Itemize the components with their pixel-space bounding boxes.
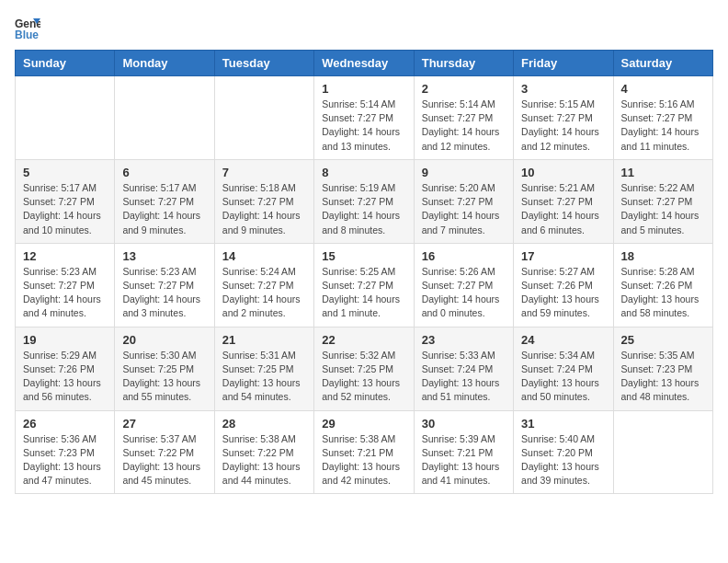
- week-row-5: 26Sunrise: 5:36 AM Sunset: 7:23 PM Dayli…: [16, 410, 713, 494]
- day-number: 16: [422, 249, 506, 263]
- header-sunday: Sunday: [16, 51, 115, 76]
- day-cell: 19Sunrise: 5:29 AM Sunset: 7:26 PM Dayli…: [16, 327, 115, 410]
- day-cell: 6Sunrise: 5:17 AM Sunset: 7:27 PM Daylig…: [115, 159, 214, 243]
- day-number: 12: [23, 249, 107, 263]
- day-info: Sunrise: 5:21 AM Sunset: 7:27 PM Dayligh…: [521, 181, 605, 237]
- day-info: Sunrise: 5:29 AM Sunset: 7:26 PM Dayligh…: [23, 349, 107, 405]
- day-number: 17: [521, 249, 605, 263]
- day-cell: [214, 76, 313, 160]
- day-info: Sunrise: 5:32 AM Sunset: 7:25 PM Dayligh…: [322, 349, 405, 405]
- day-number: 13: [122, 249, 206, 263]
- day-number: 22: [322, 333, 405, 347]
- day-number: 18: [621, 249, 705, 263]
- logo: General Blue: [15, 15, 44, 40]
- day-number: 1: [322, 82, 405, 96]
- day-number: 23: [422, 333, 506, 347]
- day-info: Sunrise: 5:19 AM Sunset: 7:27 PM Dayligh…: [322, 181, 405, 237]
- day-number: 28: [222, 417, 306, 431]
- logo-icon: General Blue: [15, 15, 40, 40]
- day-info: Sunrise: 5:37 AM Sunset: 7:22 PM Dayligh…: [122, 432, 206, 488]
- day-cell: 8Sunrise: 5:19 AM Sunset: 7:27 PM Daylig…: [314, 159, 414, 243]
- day-info: Sunrise: 5:18 AM Sunset: 7:27 PM Dayligh…: [222, 181, 306, 237]
- day-cell: 27Sunrise: 5:37 AM Sunset: 7:22 PM Dayli…: [115, 410, 214, 494]
- day-cell: [115, 76, 214, 160]
- day-cell: 11Sunrise: 5:22 AM Sunset: 7:27 PM Dayli…: [613, 159, 712, 243]
- day-info: Sunrise: 5:14 AM Sunset: 7:27 PM Dayligh…: [422, 98, 506, 154]
- header-row: SundayMondayTuesdayWednesdayThursdayFrid…: [16, 51, 713, 76]
- day-cell: 16Sunrise: 5:26 AM Sunset: 7:27 PM Dayli…: [414, 243, 513, 327]
- day-cell: 22Sunrise: 5:32 AM Sunset: 7:25 PM Dayli…: [314, 327, 414, 410]
- day-info: Sunrise: 5:16 AM Sunset: 7:27 PM Dayligh…: [621, 98, 705, 154]
- header-wednesday: Wednesday: [314, 51, 414, 76]
- day-cell: 20Sunrise: 5:30 AM Sunset: 7:25 PM Dayli…: [115, 327, 214, 410]
- day-info: Sunrise: 5:33 AM Sunset: 7:24 PM Dayligh…: [422, 349, 506, 405]
- day-cell: 12Sunrise: 5:23 AM Sunset: 7:27 PM Dayli…: [16, 243, 115, 327]
- day-info: Sunrise: 5:25 AM Sunset: 7:27 PM Dayligh…: [322, 265, 405, 321]
- day-info: Sunrise: 5:40 AM Sunset: 7:20 PM Dayligh…: [521, 432, 605, 488]
- day-cell: 15Sunrise: 5:25 AM Sunset: 7:27 PM Dayli…: [314, 243, 414, 327]
- day-number: 20: [122, 333, 206, 347]
- day-cell: 4Sunrise: 5:16 AM Sunset: 7:27 PM Daylig…: [613, 76, 712, 160]
- day-number: 4: [621, 82, 705, 96]
- day-number: 21: [222, 333, 306, 347]
- header-monday: Monday: [115, 51, 214, 76]
- week-row-1: 1Sunrise: 5:14 AM Sunset: 7:27 PM Daylig…: [16, 76, 713, 160]
- day-cell: 30Sunrise: 5:39 AM Sunset: 7:21 PM Dayli…: [414, 410, 513, 494]
- day-number: 31: [521, 417, 605, 431]
- day-number: 5: [23, 166, 107, 179]
- header-saturday: Saturday: [613, 51, 712, 76]
- day-info: Sunrise: 5:14 AM Sunset: 7:27 PM Dayligh…: [322, 98, 405, 154]
- week-row-3: 12Sunrise: 5:23 AM Sunset: 7:27 PM Dayli…: [16, 243, 713, 327]
- day-cell: 29Sunrise: 5:38 AM Sunset: 7:21 PM Dayli…: [314, 410, 414, 494]
- day-info: Sunrise: 5:35 AM Sunset: 7:23 PM Dayligh…: [621, 349, 705, 405]
- day-cell: 13Sunrise: 5:23 AM Sunset: 7:27 PM Dayli…: [115, 243, 214, 327]
- header-friday: Friday: [514, 51, 613, 76]
- day-cell: 2Sunrise: 5:14 AM Sunset: 7:27 PM Daylig…: [414, 76, 513, 160]
- calendar-table: SundayMondayTuesdayWednesdayThursdayFrid…: [15, 50, 713, 494]
- day-cell: 28Sunrise: 5:38 AM Sunset: 7:22 PM Dayli…: [214, 410, 313, 494]
- day-info: Sunrise: 5:24 AM Sunset: 7:27 PM Dayligh…: [222, 265, 306, 321]
- day-number: 24: [521, 333, 605, 347]
- day-info: Sunrise: 5:17 AM Sunset: 7:27 PM Dayligh…: [122, 181, 206, 237]
- day-info: Sunrise: 5:28 AM Sunset: 7:26 PM Dayligh…: [621, 265, 705, 321]
- day-cell: 5Sunrise: 5:17 AM Sunset: 7:27 PM Daylig…: [16, 159, 115, 243]
- day-info: Sunrise: 5:17 AM Sunset: 7:27 PM Dayligh…: [23, 181, 107, 237]
- day-number: 15: [322, 249, 405, 263]
- day-cell: 17Sunrise: 5:27 AM Sunset: 7:26 PM Dayli…: [514, 243, 613, 327]
- day-cell: 21Sunrise: 5:31 AM Sunset: 7:25 PM Dayli…: [214, 327, 313, 410]
- day-cell: 1Sunrise: 5:14 AM Sunset: 7:27 PM Daylig…: [314, 76, 414, 160]
- day-info: Sunrise: 5:23 AM Sunset: 7:27 PM Dayligh…: [122, 265, 206, 321]
- day-cell: 7Sunrise: 5:18 AM Sunset: 7:27 PM Daylig…: [214, 159, 313, 243]
- day-number: 30: [422, 417, 506, 431]
- day-info: Sunrise: 5:15 AM Sunset: 7:27 PM Dayligh…: [521, 98, 605, 154]
- day-info: Sunrise: 5:26 AM Sunset: 7:27 PM Dayligh…: [422, 265, 506, 321]
- day-cell: 3Sunrise: 5:15 AM Sunset: 7:27 PM Daylig…: [514, 76, 613, 160]
- week-row-4: 19Sunrise: 5:29 AM Sunset: 7:26 PM Dayli…: [16, 327, 713, 410]
- day-number: 19: [23, 333, 107, 347]
- day-number: 7: [222, 166, 306, 179]
- day-cell: 26Sunrise: 5:36 AM Sunset: 7:23 PM Dayli…: [16, 410, 115, 494]
- day-number: 27: [122, 417, 206, 431]
- day-cell: 9Sunrise: 5:20 AM Sunset: 7:27 PM Daylig…: [414, 159, 513, 243]
- day-number: 10: [521, 166, 605, 179]
- day-info: Sunrise: 5:20 AM Sunset: 7:27 PM Dayligh…: [422, 181, 506, 237]
- header-thursday: Thursday: [414, 51, 513, 76]
- day-number: 2: [422, 82, 506, 96]
- day-number: 6: [122, 166, 206, 179]
- day-cell: 23Sunrise: 5:33 AM Sunset: 7:24 PM Dayli…: [414, 327, 513, 410]
- day-info: Sunrise: 5:36 AM Sunset: 7:23 PM Dayligh…: [23, 432, 107, 488]
- day-number: 25: [621, 333, 705, 347]
- day-cell: 10Sunrise: 5:21 AM Sunset: 7:27 PM Dayli…: [514, 159, 613, 243]
- page-header: General Blue: [15, 15, 713, 40]
- day-number: 11: [621, 166, 705, 179]
- svg-text:Blue: Blue: [15, 29, 39, 40]
- day-cell: [16, 76, 115, 160]
- day-cell: [613, 410, 712, 494]
- header-tuesday: Tuesday: [214, 51, 313, 76]
- day-number: 9: [422, 166, 506, 179]
- day-info: Sunrise: 5:38 AM Sunset: 7:22 PM Dayligh…: [222, 432, 306, 488]
- day-number: 26: [23, 417, 107, 431]
- day-cell: 24Sunrise: 5:34 AM Sunset: 7:24 PM Dayli…: [514, 327, 613, 410]
- day-number: 8: [322, 166, 405, 179]
- day-cell: 18Sunrise: 5:28 AM Sunset: 7:26 PM Dayli…: [613, 243, 712, 327]
